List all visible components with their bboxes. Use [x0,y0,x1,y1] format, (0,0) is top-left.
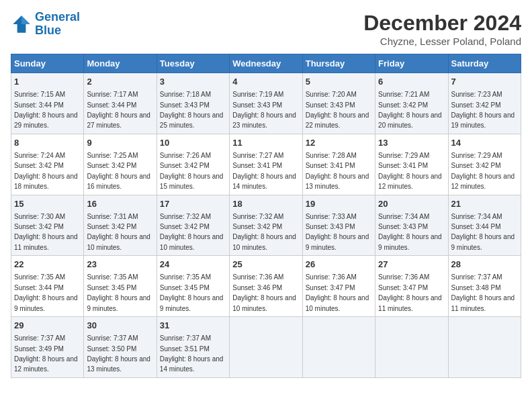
day-info: Sunrise: 7:17 AMSunset: 3:44 PMDaylight:… [87,91,150,129]
calendar-cell: 22 Sunrise: 7:35 AMSunset: 3:44 PMDaylig… [11,256,84,317]
day-number: 16 [87,198,153,210]
day-info: Sunrise: 7:32 AMSunset: 3:42 PMDaylight:… [160,213,224,251]
day-number: 27 [378,259,445,271]
calendar-cell: 24 Sunrise: 7:35 AMSunset: 3:45 PMDaylig… [157,256,229,317]
day-number: 20 [378,198,445,210]
calendar-cell: 26 Sunrise: 7:36 AMSunset: 3:47 PMDaylig… [302,256,375,317]
day-number: 8 [14,137,81,149]
calendar-cell: 12 Sunrise: 7:28 AMSunset: 3:41 PMDaylig… [302,134,375,195]
day-number: 15 [14,198,81,210]
column-header-wednesday: Wednesday [230,54,302,73]
calendar-cell: 4 Sunrise: 7:19 AMSunset: 3:43 PMDayligh… [230,73,302,134]
day-info: Sunrise: 7:18 AMSunset: 3:43 PMDaylight:… [160,91,224,129]
calendar-cell: 16 Sunrise: 7:31 AMSunset: 3:42 PMDaylig… [84,195,157,256]
day-info: Sunrise: 7:35 AMSunset: 3:45 PMDaylight:… [160,273,224,312]
calendar-cell: 11 Sunrise: 7:27 AMSunset: 3:41 PMDaylig… [230,134,302,195]
day-info: Sunrise: 7:28 AMSunset: 3:41 PMDaylight:… [306,152,369,190]
calendar-cell: 21 Sunrise: 7:34 AMSunset: 3:44 PMDaylig… [448,195,521,256]
calendar-cell [230,317,302,378]
day-number: 17 [160,198,226,210]
day-number: 13 [378,137,445,149]
calendar-cell: 7 Sunrise: 7:23 AMSunset: 3:42 PMDayligh… [448,73,521,134]
day-info: Sunrise: 7:37 AMSunset: 3:48 PMDaylight:… [451,273,515,312]
day-number: 28 [451,259,518,271]
calendar-cell: 6 Sunrise: 7:21 AMSunset: 3:42 PMDayligh… [375,73,448,134]
calendar-cell: 29 Sunrise: 7:37 AMSunset: 3:49 PMDaylig… [11,317,84,378]
day-number: 1 [14,76,81,88]
calendar-header-row: SundayMondayTuesdayWednesdayThursdayFrid… [11,54,521,73]
day-number: 2 [87,76,153,88]
day-number: 9 [87,137,153,149]
calendar-body: 1 Sunrise: 7:15 AMSunset: 3:44 PMDayligh… [11,73,521,378]
day-info: Sunrise: 7:32 AMSunset: 3:42 PMDaylight:… [232,213,296,251]
day-number: 18 [232,198,299,210]
day-number: 11 [232,137,299,149]
calendar-table: SundayMondayTuesdayWednesdayThursdayFrid… [11,54,521,378]
day-info: Sunrise: 7:23 AMSunset: 3:42 PMDaylight:… [451,91,515,129]
day-info: Sunrise: 7:27 AMSunset: 3:41 PMDaylight:… [232,152,296,190]
week-row-5: 29 Sunrise: 7:37 AMSunset: 3:49 PMDaylig… [11,317,521,378]
day-number: 4 [232,76,299,88]
day-number: 30 [87,320,153,332]
subtitle: Chyzne, Lesser Poland, Poland [363,36,521,47]
column-header-sunday: Sunday [11,54,84,73]
day-number: 6 [378,76,445,88]
day-info: Sunrise: 7:21 AMSunset: 3:42 PMDaylight:… [378,91,442,129]
day-number: 22 [14,259,81,271]
calendar-cell: 28 Sunrise: 7:37 AMSunset: 3:48 PMDaylig… [448,256,521,317]
calendar-cell: 18 Sunrise: 7:32 AMSunset: 3:42 PMDaylig… [230,195,302,256]
calendar-cell: 27 Sunrise: 7:36 AMSunset: 3:47 PMDaylig… [375,256,448,317]
calendar-cell [302,317,375,378]
day-number: 14 [451,137,518,149]
day-info: Sunrise: 7:26 AMSunset: 3:42 PMDaylight:… [160,152,224,190]
day-info: Sunrise: 7:35 AMSunset: 3:44 PMDaylight:… [14,273,78,312]
day-info: Sunrise: 7:31 AMSunset: 3:42 PMDaylight:… [87,213,150,251]
svg-marker-1 [21,15,30,24]
calendar-cell: 10 Sunrise: 7:26 AMSunset: 3:42 PMDaylig… [157,134,229,195]
day-info: Sunrise: 7:25 AMSunset: 3:42 PMDaylight:… [87,152,150,190]
day-number: 29 [14,320,81,332]
logo-icon [11,13,32,35]
logo-text: General Blue [35,11,80,38]
day-info: Sunrise: 7:34 AMSunset: 3:44 PMDaylight:… [451,213,515,251]
calendar-cell: 20 Sunrise: 7:34 AMSunset: 3:43 PMDaylig… [375,195,448,256]
calendar-cell [375,317,448,378]
day-info: Sunrise: 7:30 AMSunset: 3:42 PMDaylight:… [14,213,78,251]
day-info: Sunrise: 7:20 AMSunset: 3:43 PMDaylight:… [306,91,369,129]
column-header-thursday: Thursday [302,54,375,73]
day-info: Sunrise: 7:37 AMSunset: 3:49 PMDaylight:… [14,334,78,373]
week-row-3: 15 Sunrise: 7:30 AMSunset: 3:42 PMDaylig… [11,195,521,256]
day-info: Sunrise: 7:37 AMSunset: 3:50 PMDaylight:… [87,334,150,373]
calendar-cell: 23 Sunrise: 7:35 AMSunset: 3:45 PMDaylig… [84,256,157,317]
day-number: 23 [87,259,153,271]
day-info: Sunrise: 7:33 AMSunset: 3:43 PMDaylight:… [306,213,369,251]
logo: General Blue [11,11,80,38]
week-row-4: 22 Sunrise: 7:35 AMSunset: 3:44 PMDaylig… [11,256,521,317]
day-number: 25 [232,259,299,271]
week-row-1: 1 Sunrise: 7:15 AMSunset: 3:44 PMDayligh… [11,73,521,134]
day-info: Sunrise: 7:36 AMSunset: 3:47 PMDaylight:… [378,273,442,312]
column-header-friday: Friday [375,54,448,73]
day-info: Sunrise: 7:35 AMSunset: 3:45 PMDaylight:… [87,273,150,312]
column-header-tuesday: Tuesday [157,54,229,73]
page-header: General Blue December 2024 Chyzne, Lesse… [11,11,521,47]
calendar-cell: 19 Sunrise: 7:33 AMSunset: 3:43 PMDaylig… [302,195,375,256]
week-row-2: 8 Sunrise: 7:24 AMSunset: 3:42 PMDayligh… [11,134,521,195]
calendar-cell: 8 Sunrise: 7:24 AMSunset: 3:42 PMDayligh… [11,134,84,195]
main-title: December 2024 [363,11,521,36]
day-number: 26 [306,259,372,271]
day-number: 7 [451,76,518,88]
day-number: 12 [306,137,372,149]
calendar-cell: 3 Sunrise: 7:18 AMSunset: 3:43 PMDayligh… [157,73,229,134]
day-info: Sunrise: 7:24 AMSunset: 3:42 PMDaylight:… [14,152,78,190]
day-number: 5 [306,76,372,88]
title-block: December 2024 Chyzne, Lesser Poland, Pol… [363,11,521,47]
day-info: Sunrise: 7:36 AMSunset: 3:46 PMDaylight:… [232,273,296,312]
calendar-cell: 14 Sunrise: 7:29 AMSunset: 3:42 PMDaylig… [448,134,521,195]
day-number: 31 [160,320,226,332]
calendar-cell: 30 Sunrise: 7:37 AMSunset: 3:50 PMDaylig… [84,317,157,378]
column-header-monday: Monday [84,54,157,73]
calendar-cell: 9 Sunrise: 7:25 AMSunset: 3:42 PMDayligh… [84,134,157,195]
logo-line1: General [35,10,80,24]
calendar-cell: 31 Sunrise: 7:37 AMSunset: 3:51 PMDaylig… [157,317,229,378]
